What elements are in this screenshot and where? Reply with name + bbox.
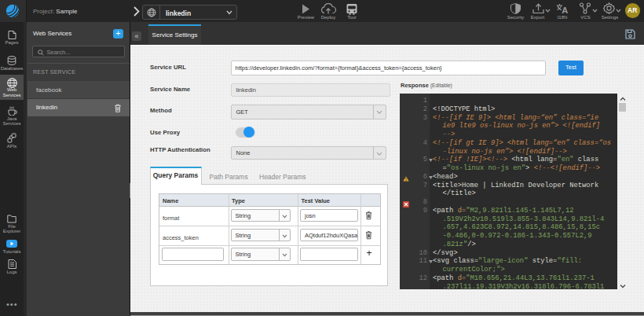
svg-text:A: A — [562, 6, 568, 14]
